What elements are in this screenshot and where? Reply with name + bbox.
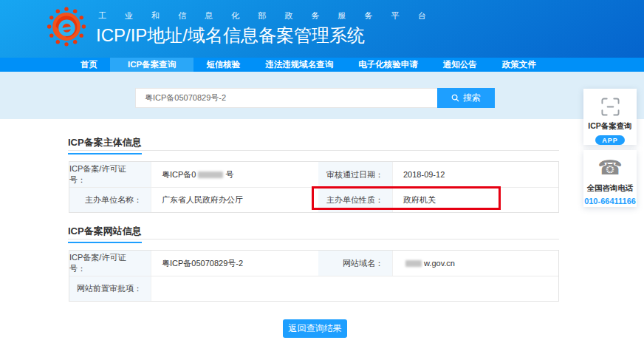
search-icon xyxy=(451,94,459,102)
website-info-table: ICP备案/许可证号： 粤ICP备05070829号-2 网站域名： w.gov… xyxy=(69,250,559,302)
ministry-subtitle: 工 业 和 信 息 化 部 政 务 服 务 平 台 xyxy=(98,10,434,21)
page-title: ICP/IP地址/域名信息备案管理系统 xyxy=(96,24,365,47)
domain-suffix: w.gov.cn xyxy=(424,259,455,268)
search-input[interactable] xyxy=(135,88,437,108)
back-to-results-button[interactable]: 返回查询结果 xyxy=(283,319,347,338)
section-divider xyxy=(68,239,559,240)
hotline-card: ☎ 全国咨询电话 010-66411166 xyxy=(583,150,637,207)
hotline-title: 全国咨询电话 xyxy=(587,183,634,194)
subject-license-value: 粤ICP备0号 xyxy=(151,162,318,187)
license-suffix: 号 xyxy=(225,169,233,180)
redacted-text xyxy=(405,260,422,267)
nav-item-electronic-verify[interactable]: 电子化核验申请 xyxy=(346,58,431,72)
nav-item-notices[interactable]: 通知公告 xyxy=(431,58,490,72)
nav-item-illegal-domain-query[interactable]: 违法违规域名查询 xyxy=(253,58,346,72)
app-card-title: ICP备案查询 xyxy=(588,121,632,132)
website-section-heading: ICP备案网站信息 xyxy=(68,225,142,243)
organizer-nature-label: 主办单位性质： xyxy=(318,187,392,212)
approval-date-value: 2018-09-12 xyxy=(392,162,558,187)
app-badge: APP xyxy=(595,135,625,145)
site-logo-icon xyxy=(47,7,86,47)
nav-item-icp-query[interactable]: ICP备案查询 xyxy=(110,58,193,72)
domain-label: 网站域名： xyxy=(318,251,392,276)
nav-item-policy-docs[interactable]: 政策文件 xyxy=(490,58,549,72)
approval-date-label: 审核通过日期： xyxy=(318,162,392,187)
redacted-text xyxy=(198,172,223,178)
search-button-label: 搜索 xyxy=(463,92,481,104)
organizer-name-value: 广东省人民政府办公厅 xyxy=(151,187,318,212)
main-nav: 首页 ICP备案查询 短信核验 违法违规域名查询 电子化核验申请 通知公告 政策… xyxy=(0,58,644,72)
nav-item-sms-verify[interactable]: 短信核验 xyxy=(193,58,253,72)
license-prefix: 粤ICP备0 xyxy=(162,169,196,180)
page: 工 业 和 信 息 化 部 政 务 服 务 平 台 ICP/IP地址/域名信息备… xyxy=(0,0,644,343)
hotline-number: 010-66411166 xyxy=(584,197,636,206)
pre-approval-value xyxy=(151,276,558,301)
qr-scan-icon xyxy=(600,98,620,116)
subject-section-heading: ICP备案主体信息 xyxy=(68,136,142,154)
section-divider xyxy=(68,150,559,151)
pre-approval-label: 网站前置审批项： xyxy=(69,276,151,301)
subject-info-table: ICP备案/许可证号： 粤ICP备0号 审核通过日期： 2018-09-12 主… xyxy=(69,161,559,213)
website-license-value: 粤ICP备05070829号-2 xyxy=(151,251,318,276)
domain-value: w.gov.cn xyxy=(392,251,558,276)
header-banner: 工 业 和 信 息 化 部 政 务 服 务 平 台 ICP/IP地址/域名信息备… xyxy=(0,0,644,58)
search-button[interactable]: 搜索 xyxy=(437,88,495,108)
nav-item-home[interactable]: 首页 xyxy=(68,58,110,72)
phone-icon: ☎ xyxy=(597,157,623,178)
organizer-nature-value: 政府机关 xyxy=(392,187,558,212)
website-license-label: ICP备案/许可证号： xyxy=(69,251,151,276)
icp-app-card[interactable]: ICP备案查询 APP xyxy=(583,89,637,145)
subject-license-label: ICP备案/许可证号： xyxy=(69,162,151,187)
organizer-name-label: 主办单位名称： xyxy=(69,187,151,212)
